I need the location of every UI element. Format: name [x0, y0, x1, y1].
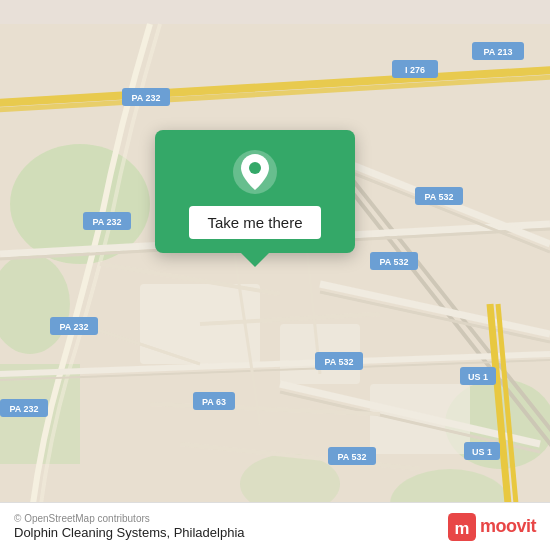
svg-text:US 1: US 1	[468, 372, 488, 382]
moovit-brand-text: moovit	[480, 516, 536, 537]
svg-text:PA 213: PA 213	[483, 47, 512, 57]
location-text: Dolphin Cleaning Systems, Philadelphia	[14, 525, 245, 540]
svg-text:PA 532: PA 532	[324, 357, 353, 367]
svg-text:PA 63: PA 63	[202, 397, 226, 407]
moovit-logo: m moovit	[448, 513, 536, 541]
svg-text:PA 532: PA 532	[424, 192, 453, 202]
copyright-text: © OpenStreetMap contributors	[14, 513, 245, 524]
svg-text:PA 232: PA 232	[92, 217, 121, 227]
location-pin-icon	[231, 148, 279, 196]
bottom-info: © OpenStreetMap contributors Dolphin Cle…	[14, 513, 245, 540]
svg-text:PA 232: PA 232	[131, 93, 160, 103]
svg-text:I 276: I 276	[405, 65, 425, 75]
moovit-m-icon: m	[448, 513, 476, 541]
take-me-there-button[interactable]: Take me there	[189, 206, 320, 239]
svg-text:PA 232: PA 232	[59, 322, 88, 332]
svg-point-61	[249, 162, 261, 174]
svg-text:m: m	[455, 519, 470, 538]
svg-text:PA 232: PA 232	[9, 404, 38, 414]
svg-text:US 1: US 1	[472, 447, 492, 457]
svg-text:PA 532: PA 532	[337, 452, 366, 462]
svg-text:PA 532: PA 532	[379, 257, 408, 267]
map-svg: PA 213 I 276 PA 232 PA 232 PA 232 PA 232…	[0, 0, 550, 550]
bottom-bar: © OpenStreetMap contributors Dolphin Cle…	[0, 502, 550, 550]
map-container: PA 213 I 276 PA 232 PA 232 PA 232 PA 232…	[0, 0, 550, 550]
popup-card: Take me there	[155, 130, 355, 253]
